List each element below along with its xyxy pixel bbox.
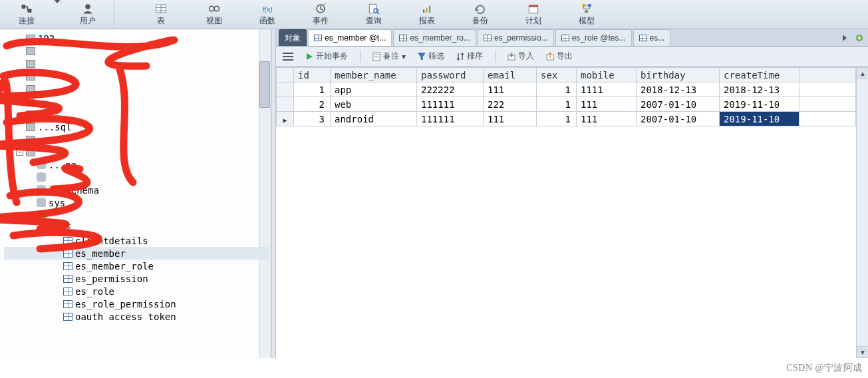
- table-icon: [484, 35, 492, 41]
- tree-item-tables-node[interactable]: −表: [4, 222, 269, 234]
- export-button[interactable]: 导出: [543, 49, 575, 63]
- data-grid[interactable]: id member_name password email sex mobile…: [276, 67, 856, 126]
- grid-column-header[interactable]: email: [484, 68, 537, 83]
- tree-item[interactable]: −: [4, 146, 269, 158]
- connection-tree[interactable]: 192. ...sql − ...na ...schema sys − −表 c…: [0, 29, 271, 324]
- tree-item[interactable]: [4, 83, 269, 95]
- grid-row[interactable]: 3android11111111111112007-01-102019-11-1…: [277, 112, 856, 126]
- grid-cell[interactable]: 222222: [417, 83, 484, 97]
- tree-item[interactable]: [4, 70, 269, 83]
- tree-item[interactable]: [4, 171, 269, 184]
- tree-item[interactable]: [4, 95, 269, 108]
- grid-cell[interactable]: 1: [537, 83, 577, 97]
- tree-item-sys[interactable]: sys: [4, 196, 269, 209]
- tree-table-item[interactable]: es_role_permission: [4, 297, 269, 310]
- grid-cell[interactable]: 111111: [417, 112, 484, 126]
- grid-cell[interactable]: 2019-11-10: [720, 97, 799, 112]
- grid-cell[interactable]: 2007-01-10: [637, 112, 720, 126]
- grid-column-header[interactable]: birthday: [637, 68, 720, 83]
- toolbar-plan-button[interactable]: 计划: [507, 0, 560, 29]
- tree-table-item[interactable]: es_member_role: [4, 260, 269, 272]
- toolbar-table-button[interactable]: 表: [134, 0, 188, 29]
- grid-cell[interactable]: 2019-11-10: [720, 112, 799, 126]
- toolbar-view-button[interactable]: 视图: [188, 0, 241, 29]
- grid-row[interactable]: 2web11111122211112007-01-102019-11-10: [277, 97, 856, 112]
- grid-cell[interactable]: 3: [294, 112, 331, 126]
- tree-item[interactable]: ...na: [4, 158, 269, 171]
- splitter[interactable]: [271, 29, 276, 358]
- tree-item[interactable]: ...sql: [4, 120, 269, 133]
- toolbar-connect-button[interactable]: 连接: [0, 0, 53, 29]
- grid-cell[interactable]: 111: [577, 112, 637, 126]
- grid-column-header[interactable]: member_name: [331, 68, 417, 83]
- toolbar-model-button[interactable]: 模型: [560, 0, 613, 29]
- grid-row-header[interactable]: [277, 112, 294, 126]
- toolbar-event-button[interactable]: 事件: [294, 0, 347, 29]
- tree-table-item[interactable]: es_role: [4, 285, 269, 297]
- toolbar-connect-dropdown[interactable]: [53, 0, 61, 3]
- tree-item-db[interactable]: −: [4, 209, 269, 222]
- grid-cell[interactable]: 1: [537, 112, 577, 126]
- sort-button[interactable]: 排序: [454, 49, 486, 63]
- collapse-icon[interactable]: −: [40, 224, 47, 232]
- grid-column-header[interactable]: id: [294, 68, 331, 83]
- collapse-icon[interactable]: −: [16, 148, 23, 156]
- grid-cell[interactable]: 1: [537, 97, 577, 112]
- tree-item[interactable]: [4, 57, 269, 70]
- filter-button[interactable]: 筛选: [415, 49, 447, 63]
- menu-button[interactable]: [280, 50, 296, 63]
- grid-cell[interactable]: web: [331, 97, 417, 112]
- grid-cell[interactable]: 111: [484, 83, 537, 97]
- tree-table-item-selected[interactable]: es_member: [4, 247, 269, 260]
- grid-cell[interactable]: 111: [577, 97, 637, 112]
- grid-column-header[interactable]: sex: [537, 68, 577, 83]
- toolbar-query-button[interactable]: 查询: [347, 0, 400, 29]
- tree-item[interactable]: 192.: [4, 32, 269, 45]
- tree-item[interactable]: ...schema: [4, 184, 269, 196]
- toolbar-user-button[interactable]: 用户: [61, 0, 114, 29]
- grid-column-header[interactable]: password: [417, 68, 484, 83]
- toolbar-user-label: 用户: [80, 15, 96, 27]
- tab-item[interactable]: es_member @t...: [308, 29, 392, 46]
- grid-cell[interactable]: 1111: [577, 83, 637, 97]
- grid-row-header[interactable]: [277, 97, 294, 112]
- toolbar-function-button[interactable]: f(x) 函数: [241, 0, 294, 29]
- note-button[interactable]: 备注 ▾: [370, 49, 408, 63]
- grid-corner[interactable]: [277, 68, 294, 83]
- tab-add-button[interactable]: [853, 32, 865, 44]
- grid-cell[interactable]: android: [331, 112, 417, 126]
- tab-item[interactable]: es_role @tes...: [555, 29, 632, 46]
- grid-cell[interactable]: 222: [484, 97, 537, 112]
- toolbar-report-button[interactable]: 报表: [400, 0, 454, 29]
- grid-row[interactable]: 1app222222111111112018-12-132018-12-13: [277, 83, 856, 97]
- toolbar-backup-button[interactable]: 备份: [454, 0, 507, 29]
- import-button[interactable]: 导入: [505, 49, 537, 63]
- grid-cell[interactable]: 2: [294, 97, 331, 112]
- tab-scroll-right[interactable]: [839, 32, 851, 44]
- tree-item[interactable]: [4, 45, 269, 57]
- grid-column-header[interactable]: mobile: [577, 68, 637, 83]
- tab-item[interactable]: es...: [633, 29, 671, 46]
- scroll-down-button[interactable]: ▼: [857, 346, 868, 358]
- grid-cell[interactable]: app: [331, 83, 417, 97]
- tree-item[interactable]: [4, 108, 269, 120]
- tab-object[interactable]: 对象: [279, 29, 307, 46]
- grid-cell[interactable]: 2018-12-13: [720, 83, 799, 97]
- tree-table-item[interactable]: clientdetails: [4, 234, 269, 247]
- grid-cell[interactable]: 2007-01-10: [637, 97, 720, 112]
- tree-table-item[interactable]: oauth access token: [4, 310, 269, 323]
- tab-item[interactable]: es_permissio...: [478, 29, 554, 46]
- grid-row-header[interactable]: [277, 83, 294, 97]
- grid-cell[interactable]: 111111: [417, 97, 484, 112]
- tree-table-item[interactable]: es_permission: [4, 272, 269, 285]
- grid-column-header[interactable]: createTime: [720, 68, 799, 83]
- scroll-up-button[interactable]: ▲: [857, 67, 868, 79]
- grid-cell[interactable]: 111: [484, 112, 537, 126]
- tab-item[interactable]: es_member_ro...: [393, 29, 476, 46]
- tree-item[interactable]: [4, 133, 269, 146]
- grid-cell[interactable]: 1: [294, 83, 331, 97]
- grid-cell[interactable]: 2018-12-13: [637, 83, 720, 97]
- collapse-icon[interactable]: −: [27, 212, 34, 219]
- grid-scrollbar[interactable]: ▲ ▼: [856, 67, 868, 358]
- begin-transaction-button[interactable]: 开始事务: [303, 49, 351, 63]
